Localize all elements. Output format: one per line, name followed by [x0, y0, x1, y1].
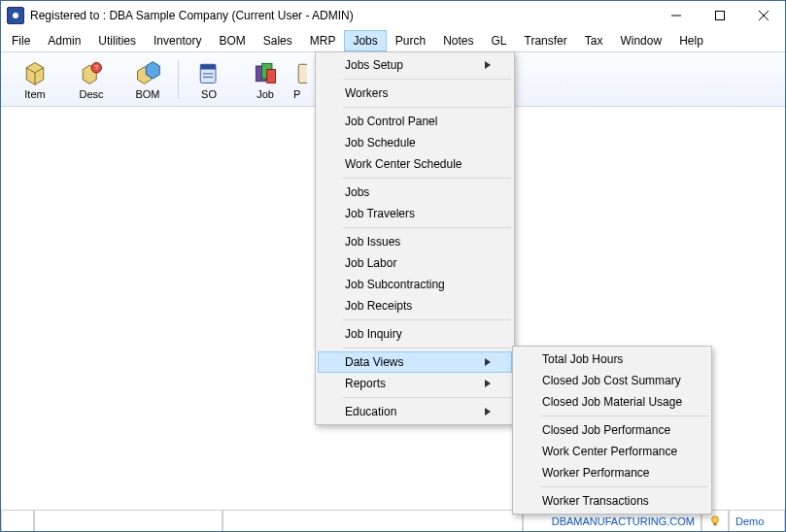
menu-notes[interactable]: Notes [434, 30, 482, 51]
menu-data-views[interactable]: Data Views [318, 351, 512, 373]
menubar: File Admin Utilities Inventory BOM Sales… [1, 30, 785, 51]
menu-bom[interactable]: BOM [210, 30, 254, 51]
menu-workers[interactable]: Workers [318, 83, 512, 104]
menu-sales[interactable]: Sales [255, 30, 301, 51]
menu-job-inquiry[interactable]: Job Inquiry [318, 323, 512, 345]
svg-text:?: ? [94, 64, 98, 71]
menu-separator [343, 107, 511, 108]
menu-mrp[interactable]: MRP [301, 30, 345, 51]
submenu-closed-job-cost-summary[interactable]: Closed Job Cost Summary [515, 370, 709, 391]
status-cell-3 [222, 511, 523, 531]
toolbar-job[interactable]: Job [237, 59, 293, 100]
menu-item-label: Job Schedule [345, 136, 416, 150]
lightbulb-icon [708, 515, 722, 528]
toolbar-job-label: Job [256, 88, 274, 100]
svg-point-19 [712, 515, 719, 522]
menu-separator [540, 416, 708, 416]
app-icon [7, 7, 24, 24]
menu-job-control-panel[interactable]: Job Control Panel [318, 111, 512, 132]
menu-reports[interactable]: Reports [318, 373, 512, 394]
menu-window[interactable]: Window [611, 30, 670, 51]
svg-rect-12 [200, 64, 216, 69]
item-icon [21, 59, 49, 86]
svg-marker-24 [485, 408, 491, 416]
maximize-button[interactable] [698, 1, 741, 30]
jobs-dropdown: Jobs Setup Workers Job Control Panel Job… [315, 51, 515, 425]
submenu-arrow-icon [485, 355, 491, 369]
menu-job-subcontracting[interactable]: Job Subcontracting [318, 274, 512, 295]
menu-separator [343, 397, 511, 398]
submenu-arrow-icon [485, 405, 491, 418]
menu-item-label: Job Travelers [345, 207, 415, 220]
menu-gl[interactable]: GL [483, 30, 516, 51]
menu-item-label: Job Labor [345, 256, 396, 270]
menu-jobs-list[interactable]: Jobs [318, 182, 512, 203]
so-icon [195, 59, 222, 86]
menu-job-receipts[interactable]: Job Receipts [318, 295, 512, 316]
status-cell-1 [1, 511, 34, 531]
svg-rect-20 [713, 522, 717, 525]
menu-education[interactable]: Education [318, 401, 512, 422]
submenu-total-job-hours[interactable]: Total Job Hours [515, 349, 709, 370]
toolbar-item[interactable]: Item [7, 59, 63, 100]
status-demo[interactable]: Demo [729, 511, 785, 531]
menu-item-label: Reports [345, 377, 386, 390]
bom-icon [134, 59, 161, 86]
menu-job-travelers[interactable]: Job Travelers [318, 203, 512, 224]
desc-icon: ? [78, 59, 105, 86]
svg-rect-17 [267, 69, 276, 83]
menu-job-labor[interactable]: Job Labor [318, 252, 512, 274]
menu-item-label: Total Job Hours [542, 352, 623, 366]
toolbar-bom[interactable]: BOM [120, 59, 176, 100]
menu-item-label: Job Issues [345, 235, 400, 249]
toolbar-so[interactable]: SO [181, 59, 237, 100]
menu-help[interactable]: Help [670, 30, 712, 51]
menu-item-label: Data Views [345, 355, 403, 369]
menu-work-center-schedule[interactable]: Work Center Schedule [318, 153, 512, 175]
menu-item-label: Job Receipts [345, 299, 412, 313]
svg-marker-23 [485, 380, 491, 387]
window-title: Registered to : DBA Sample Company (Curr… [30, 9, 354, 22]
toolbar-desc[interactable]: ? Desc [63, 59, 120, 100]
menu-item-label: Worker Performance [542, 466, 649, 480]
minimize-button[interactable] [654, 1, 698, 30]
toolbar-bom-label: BOM [135, 88, 159, 100]
menu-jobs-setup[interactable]: Jobs Setup [318, 54, 512, 76]
data-views-submenu: Total Job Hours Closed Job Cost Summary … [512, 346, 712, 515]
menu-admin[interactable]: Admin [39, 30, 89, 51]
toolbar-so-label: SO [201, 88, 217, 100]
menu-item-label: Closed Job Performance [542, 423, 670, 437]
submenu-arrow-icon [485, 58, 491, 72]
svg-rect-18 [298, 64, 307, 83]
close-button[interactable] [741, 1, 785, 30]
menu-item-label: Education [345, 405, 396, 418]
submenu-worker-performance[interactable]: Worker Performance [515, 462, 709, 483]
menu-item-label: Jobs [345, 185, 369, 199]
menu-jobs[interactable]: Jobs [344, 30, 386, 51]
submenu-closed-job-performance[interactable]: Closed Job Performance [515, 419, 709, 441]
svg-marker-21 [485, 61, 491, 69]
submenu-work-center-performance[interactable]: Work Center Performance [515, 441, 709, 462]
menu-item-label: Jobs Setup [345, 58, 403, 72]
menu-separator [343, 79, 511, 80]
menu-item-label: Job Control Panel [345, 115, 437, 128]
svg-marker-10 [146, 61, 159, 79]
menu-item-label: Job Inquiry [345, 327, 402, 341]
titlebar: Registered to : DBA Sample Company (Curr… [1, 1, 785, 30]
menu-item-label: Workers [345, 86, 388, 100]
menu-utilities[interactable]: Utilities [89, 30, 145, 51]
menu-item-label: Job Subcontracting [345, 278, 445, 291]
menu-transfer[interactable]: Transfer [516, 30, 576, 51]
menu-file[interactable]: File [3, 30, 39, 51]
menu-job-issues[interactable]: Job Issues [318, 231, 512, 252]
submenu-worker-transactions[interactable]: Worker Transactions [515, 490, 709, 512]
menu-item-label: Work Center Schedule [345, 157, 462, 171]
p-icon [293, 59, 307, 86]
svg-rect-1 [715, 12, 724, 20]
menu-job-schedule[interactable]: Job Schedule [318, 132, 512, 153]
menu-inventory[interactable]: Inventory [145, 30, 210, 51]
submenu-closed-job-material-usage[interactable]: Closed Job Material Usage [515, 391, 709, 413]
menu-separator [540, 486, 708, 487]
menu-purch[interactable]: Purch [387, 30, 434, 51]
menu-tax[interactable]: Tax [576, 30, 612, 51]
